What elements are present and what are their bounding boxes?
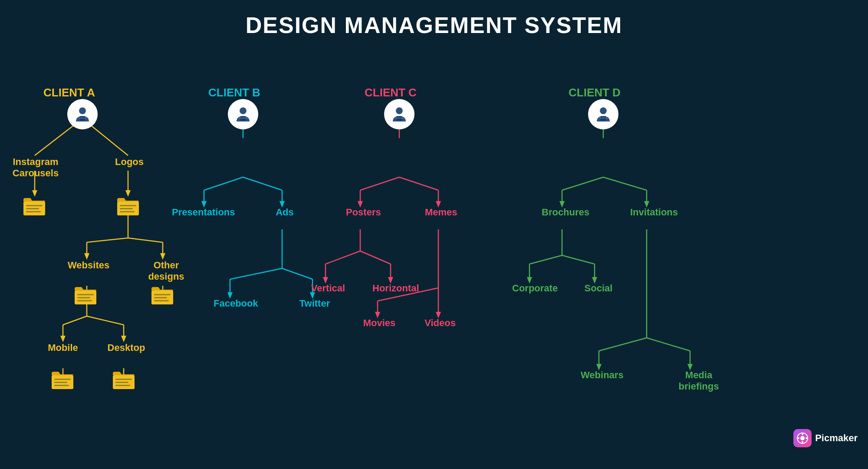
presentations-label: Presentations bbox=[172, 207, 224, 218]
mobile-label: Mobile bbox=[46, 342, 80, 353]
memes-label: Memes bbox=[425, 207, 455, 218]
svg-rect-106 bbox=[115, 385, 130, 386]
client-b-avatar bbox=[228, 99, 258, 131]
corporate-label: Corporate bbox=[512, 283, 551, 294]
vertical-label: Vertical bbox=[311, 283, 345, 294]
svg-line-16 bbox=[63, 316, 87, 325]
svg-line-17 bbox=[87, 316, 124, 325]
webinars-label: Webinars bbox=[581, 370, 620, 381]
svg-rect-104 bbox=[115, 379, 132, 380]
svg-rect-84 bbox=[26, 205, 43, 206]
svg-rect-94 bbox=[77, 300, 92, 301]
svg-point-118 bbox=[802, 433, 803, 435]
svg-line-39 bbox=[360, 177, 399, 190]
other-designs-folder bbox=[151, 284, 174, 305]
picmaker-logo: Picmaker bbox=[793, 429, 858, 447]
picmaker-text: Picmaker bbox=[815, 433, 858, 444]
invitations-label: Invitations bbox=[630, 207, 674, 218]
instagram-carousels-folder bbox=[23, 195, 46, 216]
svg-line-75 bbox=[647, 338, 690, 351]
instagram-carousels-label: InstagramCarousels bbox=[10, 156, 62, 179]
svg-rect-96 bbox=[154, 294, 171, 295]
other-designs-label: Other designs bbox=[142, 260, 190, 283]
svg-line-74 bbox=[599, 338, 647, 351]
desktop-folder bbox=[112, 368, 135, 390]
svg-line-40 bbox=[399, 177, 438, 190]
svg-line-25 bbox=[204, 177, 243, 190]
videos-label: Videos bbox=[423, 317, 457, 329]
svg-line-47 bbox=[360, 251, 391, 264]
svg-line-26 bbox=[243, 177, 282, 190]
svg-rect-115 bbox=[599, 118, 607, 119]
svg-marker-21 bbox=[121, 336, 126, 342]
svg-point-113 bbox=[600, 107, 607, 114]
svg-rect-92 bbox=[77, 294, 94, 295]
twitter-label: Twitter bbox=[297, 298, 332, 309]
svg-line-46 bbox=[326, 251, 360, 264]
svg-rect-102 bbox=[54, 385, 69, 386]
client-a-avatar bbox=[67, 99, 98, 131]
svg-rect-109 bbox=[239, 118, 247, 119]
svg-point-120 bbox=[798, 437, 799, 439]
svg-rect-82 bbox=[78, 118, 86, 119]
svg-point-119 bbox=[802, 441, 803, 443]
svg-rect-100 bbox=[54, 379, 71, 380]
svg-line-67 bbox=[529, 255, 562, 264]
desktop-label: Desktop bbox=[107, 342, 146, 353]
main-title: DESIGN MANAGEMENT SYSTEM bbox=[0, 0, 868, 38]
svg-line-7 bbox=[87, 238, 128, 242]
svg-rect-93 bbox=[77, 297, 90, 298]
ads-label: Ads bbox=[272, 207, 298, 218]
client-d-avatar bbox=[588, 99, 618, 131]
svg-point-110 bbox=[396, 107, 403, 114]
facebook-label: Facebook bbox=[214, 298, 253, 309]
svg-line-8 bbox=[128, 238, 163, 242]
logos-folder bbox=[116, 195, 140, 216]
svg-rect-90 bbox=[120, 211, 135, 212]
svg-rect-86 bbox=[26, 211, 41, 212]
svg-rect-98 bbox=[154, 300, 169, 301]
svg-rect-101 bbox=[54, 382, 67, 383]
websites-folder bbox=[74, 284, 97, 305]
svg-rect-97 bbox=[154, 297, 167, 298]
svg-rect-105 bbox=[115, 382, 128, 383]
svg-point-107 bbox=[240, 107, 247, 114]
mobile-folder bbox=[51, 368, 74, 390]
svg-rect-85 bbox=[26, 208, 39, 209]
posters-label: Posters bbox=[346, 207, 376, 218]
movies-label: Movies bbox=[362, 317, 397, 329]
svg-point-121 bbox=[806, 437, 807, 439]
svg-rect-89 bbox=[120, 208, 133, 209]
svg-line-68 bbox=[562, 255, 595, 264]
svg-line-60 bbox=[562, 177, 603, 190]
svg-line-33 bbox=[282, 268, 312, 279]
svg-marker-12 bbox=[160, 253, 165, 260]
svg-marker-19 bbox=[60, 336, 66, 342]
svg-rect-88 bbox=[120, 205, 136, 206]
brochures-label: Brochures bbox=[542, 207, 581, 218]
svg-rect-112 bbox=[395, 118, 403, 119]
media-briefings-label: Media briefings bbox=[671, 370, 727, 393]
svg-point-80 bbox=[79, 107, 86, 114]
svg-line-32 bbox=[230, 268, 282, 279]
websites-label: Websites bbox=[68, 260, 107, 271]
horizontal-label: Horizontal bbox=[372, 283, 416, 294]
logos-label: Logos bbox=[112, 156, 147, 168]
client-c-avatar bbox=[384, 99, 414, 131]
svg-marker-10 bbox=[84, 253, 89, 260]
svg-line-61 bbox=[603, 177, 647, 190]
picmaker-badge-icon bbox=[793, 429, 812, 447]
social-label: Social bbox=[583, 283, 614, 294]
svg-point-117 bbox=[800, 436, 805, 440]
